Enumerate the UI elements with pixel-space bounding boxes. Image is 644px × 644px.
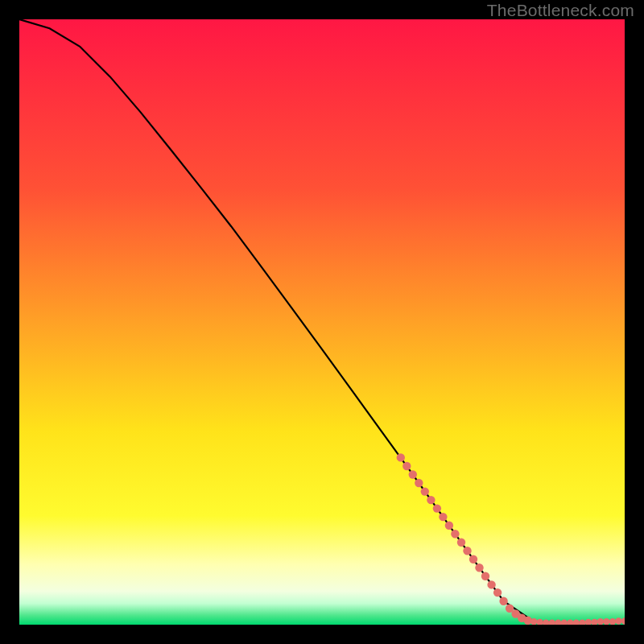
chart-point xyxy=(402,462,411,470)
chart-point xyxy=(469,555,477,564)
chart-point xyxy=(615,617,621,624)
chart-point xyxy=(445,522,453,530)
chart-point xyxy=(525,617,531,624)
chart-point xyxy=(415,479,423,487)
chart-background xyxy=(19,19,625,625)
chart-point xyxy=(409,470,417,478)
chart-area xyxy=(19,19,625,625)
chart-point xyxy=(493,588,502,597)
chart-point xyxy=(463,547,471,555)
chart-point xyxy=(427,496,435,504)
chart-point xyxy=(397,453,405,461)
chart-point xyxy=(481,572,489,580)
chart-svg xyxy=(19,19,625,625)
chart-point xyxy=(451,530,459,538)
chart-point xyxy=(439,513,447,521)
chart-point xyxy=(499,597,507,605)
chart-point xyxy=(421,487,429,495)
chart-point xyxy=(457,539,465,547)
chart-point xyxy=(487,580,495,588)
chart-point xyxy=(475,564,483,572)
chart-point xyxy=(433,504,441,512)
watermark-text: TheBottleneck.com xyxy=(487,1,634,20)
